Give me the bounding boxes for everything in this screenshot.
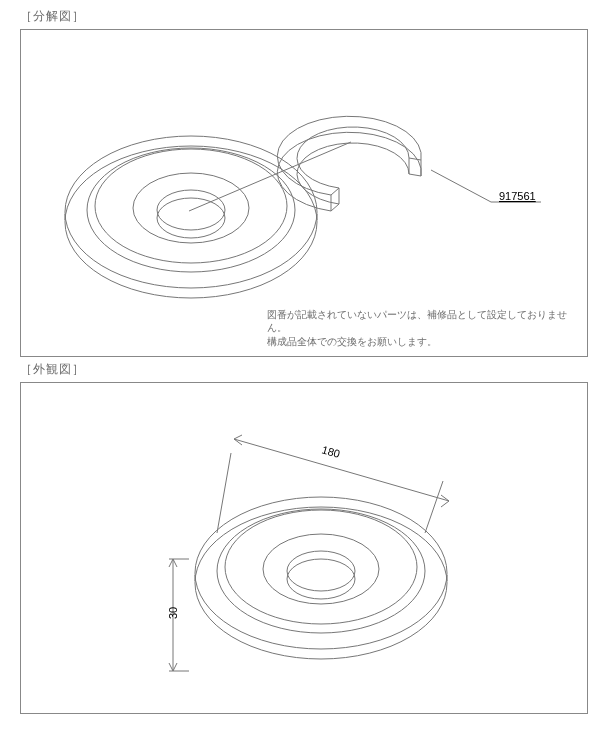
- svg-line-39: [169, 559, 173, 567]
- dimension-thickness: 30: [167, 607, 179, 619]
- svg-line-12: [331, 188, 339, 195]
- note-line2: 構成品全体での交換をお願いします。: [267, 336, 437, 347]
- svg-point-26: [287, 559, 355, 599]
- exterior-view-title: ［外観図］: [20, 361, 588, 378]
- svg-point-6: [157, 198, 225, 238]
- svg-line-18: [431, 170, 491, 202]
- svg-line-16: [409, 158, 421, 160]
- ring-part-number-callout: 917561: [499, 190, 536, 202]
- svg-point-0: [65, 146, 317, 298]
- page-root: ［分解図］: [0, 0, 600, 732]
- exploded-view-panel: 917561 図番が記載されていないパーツは、補修品として設定しておりません。 …: [20, 29, 588, 357]
- svg-line-30: [425, 481, 443, 533]
- exploded-view-note: 図番が記載されていないパーツは、補修品として設定しておりません。 構成品全体での…: [267, 308, 577, 349]
- dimension-diameter: 180: [320, 443, 341, 460]
- svg-point-22: [217, 509, 425, 633]
- svg-line-42: [173, 663, 177, 671]
- svg-point-21: [195, 497, 447, 649]
- svg-line-17: [409, 174, 421, 176]
- svg-line-40: [173, 559, 177, 567]
- svg-point-1: [65, 136, 317, 288]
- svg-line-33: [234, 435, 242, 439]
- svg-line-35: [441, 501, 449, 507]
- exploded-view-title: ［分解図］: [20, 8, 588, 25]
- svg-point-4: [133, 173, 249, 243]
- exterior-view-drawing: 180 30: [21, 383, 587, 713]
- svg-point-3: [95, 149, 287, 263]
- svg-point-23: [225, 510, 417, 624]
- svg-point-25: [287, 551, 355, 591]
- svg-point-24: [263, 534, 379, 604]
- svg-point-20: [195, 507, 447, 659]
- svg-line-13: [331, 204, 339, 211]
- svg-line-41: [169, 663, 173, 671]
- note-line1: 図番が記載されていないパーツは、補修品として設定しておりません。: [267, 309, 567, 334]
- exterior-view-panel: 180 30: [20, 382, 588, 714]
- svg-line-31: [234, 439, 449, 501]
